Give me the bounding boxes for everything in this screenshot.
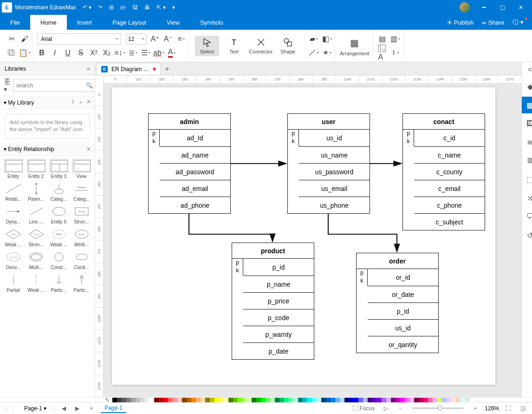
- fit-page-button[interactable]: ⛶: [503, 405, 514, 412]
- color-swatch[interactable]: [354, 398, 358, 402]
- color-swatch[interactable]: [326, 398, 331, 402]
- zoom-in-button[interactable]: ＋: [470, 404, 481, 412]
- shape-thumb[interactable]: Partic...: [70, 273, 93, 293]
- color-swatch[interactable]: [136, 398, 140, 402]
- shape-thumb[interactable]: CategoryCateg...: [70, 182, 93, 202]
- color-swatch[interactable]: [409, 398, 414, 402]
- minimize-button[interactable]: ━: [474, 0, 493, 14]
- close-button[interactable]: ✕: [512, 0, 530, 14]
- copy-icon[interactable]: ⿻: [7, 49, 16, 57]
- color-swatch[interactable]: [219, 398, 224, 402]
- color-swatch[interactable]: [187, 398, 191, 402]
- print-button[interactable]: 🖶: [144, 4, 150, 11]
- shape-thumb[interactable]: Weak ...: [25, 273, 47, 293]
- add-icon[interactable]: ＋: [78, 99, 84, 106]
- color-swatch[interactable]: [344, 398, 349, 402]
- color-swatch[interactable]: [419, 398, 423, 402]
- document-tab[interactable]: E ER Diagram for ...: [96, 63, 161, 75]
- color-swatch[interactable]: [358, 398, 363, 402]
- color-swatch[interactable]: [321, 398, 326, 402]
- quick-style-icon[interactable]: ✶▾: [323, 49, 331, 57]
- open-button[interactable]: 🗁: [120, 4, 126, 11]
- expand-properties-icon[interactable]: «: [528, 65, 532, 73]
- text-tool[interactable]: T Text: [222, 36, 246, 56]
- color-swatch[interactable]: [233, 398, 238, 402]
- color-swatch[interactable]: [149, 398, 154, 402]
- distribute-h-icon[interactable]: ▤: [378, 35, 387, 43]
- color-swatch[interactable]: [382, 398, 386, 402]
- shape-thumb[interactable]: View: [70, 159, 93, 179]
- format-painter-icon[interactable]: 🖌: [20, 35, 29, 43]
- color-swatch[interactable]: [256, 398, 261, 402]
- color-swatch[interactable]: [465, 398, 470, 402]
- menu-page-layout[interactable]: Page Layout: [102, 15, 156, 30]
- shadow-icon[interactable]: ◧▾: [323, 35, 331, 43]
- add-page-button[interactable]: ＋: [86, 404, 97, 412]
- canvas[interactable]: admin pk ad_Idad_namead_passwordad_email…: [104, 84, 521, 397]
- connector-tool[interactable]: Connector: [249, 36, 273, 56]
- presentation-button[interactable]: ▷: [381, 405, 391, 412]
- chart-icon[interactable]: ⬚: [522, 171, 532, 188]
- shape-thumb[interactable]: Entity 5: [47, 204, 70, 224]
- group-icon[interactable]: ⿺A: [378, 49, 387, 57]
- color-swatch[interactable]: [154, 398, 159, 402]
- bold-icon[interactable]: B: [38, 49, 46, 57]
- redo-button[interactable]: ↷: [98, 4, 103, 11]
- highlight-icon[interactable]: A▾: [168, 49, 176, 57]
- color-swatch[interactable]: [279, 398, 284, 402]
- shape-thumb[interactable]: Line ...: [25, 204, 47, 224]
- shape-thumb[interactable]: Entity: [2, 159, 25, 179]
- shape-tool[interactable]: Shape: [276, 36, 300, 56]
- paste-icon[interactable]: 📋▾: [20, 49, 29, 57]
- search-input[interactable]: [16, 82, 86, 89]
- color-swatch[interactable]: [372, 398, 377, 402]
- color-swatch[interactable]: [242, 398, 247, 402]
- focus-mode-button[interactable]: ⛶ Focus: [350, 405, 377, 412]
- color-swatch[interactable]: [284, 398, 289, 402]
- color-swatch[interactable]: [293, 398, 298, 402]
- export-button[interactable]: ⇱ ▾: [156, 4, 165, 11]
- page-selector[interactable]: Page-1 ▾: [20, 405, 50, 412]
- color-swatch[interactable]: [317, 398, 321, 402]
- shape-thumb[interactable]: Categ...: [47, 182, 70, 202]
- select-tool[interactable]: Select: [195, 36, 219, 56]
- color-swatch[interactable]: [205, 398, 210, 402]
- bullets-icon[interactable]: ≣▾: [129, 49, 137, 57]
- entity-relationship-section[interactable]: ▾ Entity Relationship ✕: [0, 143, 95, 156]
- color-swatch[interactable]: [386, 398, 391, 402]
- text-color-icon[interactable]: ab▾: [155, 49, 163, 57]
- color-swatch[interactable]: [252, 398, 256, 402]
- color-swatch[interactable]: [303, 398, 307, 402]
- menu-insert[interactable]: Insert: [67, 15, 103, 30]
- color-swatch[interactable]: [247, 398, 252, 402]
- color-swatch[interactable]: [447, 398, 451, 402]
- color-swatch[interactable]: [461, 398, 465, 402]
- image-icon[interactable]: 🖼: [522, 115, 532, 132]
- maximize-button[interactable]: ▢: [493, 0, 512, 14]
- shape-thumb[interactable]: StrongStron...: [70, 204, 93, 224]
- theme-icon[interactable]: ◆: [522, 78, 532, 95]
- menu-file[interactable]: File: [0, 15, 30, 30]
- shape-thumb[interactable]: Dyna...: [2, 204, 25, 224]
- layers-icon[interactable]: ≋: [522, 134, 532, 151]
- menu-view[interactable]: View: [156, 15, 190, 30]
- color-swatch[interactable]: [377, 398, 382, 402]
- search-icon[interactable]: 🔍: [86, 82, 93, 89]
- shape-thumb[interactable]: Relati...: [2, 182, 25, 202]
- collapse-sidebar-icon[interactable]: «: [87, 66, 90, 72]
- my-library-section[interactable]: ▾ My Library ⇩ ＋ ✕: [0, 96, 95, 109]
- increase-font-icon[interactable]: A⁺: [151, 35, 159, 43]
- menu-symbols[interactable]: Symbols: [190, 15, 234, 30]
- color-swatch[interactable]: [196, 398, 201, 402]
- shape-thumb[interactable]: Cardi...: [70, 250, 93, 270]
- font-size-combo[interactable]: 12▾: [126, 33, 146, 45]
- color-swatch[interactable]: [451, 398, 456, 402]
- color-swatch[interactable]: [307, 398, 312, 402]
- color-swatch[interactable]: [433, 398, 437, 402]
- arrange-icon[interactable]: ▦: [350, 39, 359, 47]
- line-spacing-icon[interactable]: ≡↕▾: [116, 49, 124, 57]
- share-button[interactable]: ∞ Share: [479, 19, 507, 26]
- color-swatch[interactable]: [145, 398, 149, 402]
- shape-thumb[interactable]: WeakWeak ...: [47, 227, 70, 247]
- color-swatch[interactable]: [173, 398, 177, 402]
